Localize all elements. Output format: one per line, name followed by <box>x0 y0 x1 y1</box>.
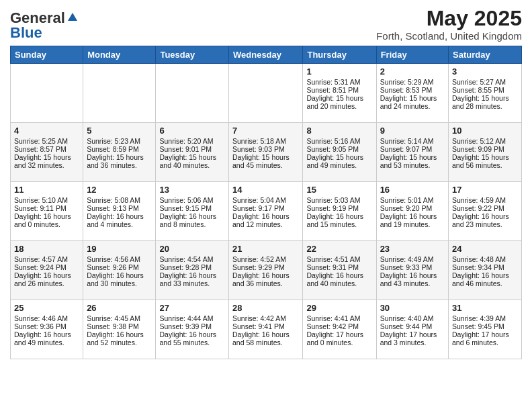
calendar-cell: 31Sunrise: 4:39 AMSunset: 9:45 PMDayligh… <box>449 300 522 359</box>
cell-info-line: and 32 minutes. <box>14 161 79 169</box>
day-number: 9 <box>380 126 445 136</box>
cell-info-line: Sunset: 9:28 PM <box>159 263 225 271</box>
day-number: 30 <box>380 303 445 313</box>
cell-info-line: Sunset: 9:13 PM <box>87 204 152 212</box>
cell-info-line: and 40 minutes. <box>159 161 225 169</box>
calendar-cell: 6Sunrise: 5:20 AMSunset: 9:01 PMDaylight… <box>156 123 229 182</box>
cell-info-line: Sunset: 9:11 PM <box>14 204 79 212</box>
cell-info-line: Daylight: 16 hours <box>87 330 152 338</box>
cell-info-line: Sunrise: 4:40 AM <box>380 314 445 322</box>
day-number: 16 <box>380 185 445 195</box>
header: General Blue May 2025 Forth, Scotland, U… <box>10 7 522 42</box>
cell-info-line: Sunrise: 4:57 AM <box>14 255 79 263</box>
day-number: 26 <box>87 303 152 313</box>
calendar-cell: 21Sunrise: 4:52 AMSunset: 9:29 PMDayligh… <box>229 241 303 300</box>
cell-info-line: Daylight: 15 hours <box>87 153 152 161</box>
day-number: 11 <box>14 185 79 195</box>
cell-info-line: Daylight: 15 hours <box>159 153 225 161</box>
day-header-tuesday: Tuesday <box>156 46 229 64</box>
day-number: 15 <box>306 185 372 195</box>
cell-info-line: and 3 minutes. <box>380 338 445 347</box>
cell-info-line: and 46 minutes. <box>452 279 518 287</box>
day-number: 17 <box>452 185 518 195</box>
cell-info-line: Sunset: 9:15 PM <box>159 204 225 212</box>
cell-info-line: Sunset: 9:24 PM <box>14 263 79 271</box>
calendar-week-row: 4Sunrise: 5:25 AMSunset: 8:57 PMDaylight… <box>11 123 522 182</box>
cell-info-line: Sunrise: 4:41 AM <box>306 314 372 322</box>
cell-info-line: Sunrise: 5:29 AM <box>380 78 445 86</box>
cell-info-line: Sunset: 9:45 PM <box>452 322 518 330</box>
day-number: 24 <box>452 244 518 254</box>
cell-info-line: and 4 minutes. <box>87 220 152 228</box>
calendar-cell: 25Sunrise: 4:46 AMSunset: 9:36 PMDayligh… <box>11 300 83 359</box>
cell-info-line: and 53 minutes. <box>380 161 445 169</box>
logo-blue-text: Blue <box>10 24 42 42</box>
cell-info-line: Sunset: 9:22 PM <box>452 204 518 212</box>
cell-info-line: and 40 minutes. <box>306 279 372 287</box>
calendar-table: SundayMondayTuesdayWednesdayThursdayFrid… <box>10 46 522 359</box>
cell-info-line: Daylight: 16 hours <box>380 212 445 220</box>
cell-info-line: and 43 minutes. <box>380 279 445 287</box>
cell-info-line: and 52 minutes. <box>87 338 152 347</box>
cell-info-line: Sunrise: 5:20 AM <box>159 137 225 145</box>
cell-info-line: and 0 minutes. <box>14 220 79 228</box>
cell-info-line: Daylight: 16 hours <box>306 212 372 220</box>
day-number: 12 <box>87 185 152 195</box>
cell-info-line: Daylight: 15 hours <box>380 153 445 161</box>
day-number: 2 <box>380 66 445 77</box>
cell-info-line: Sunrise: 5:06 AM <box>159 196 225 204</box>
cell-info-line: Daylight: 16 hours <box>87 212 152 220</box>
cell-info-line: Daylight: 16 hours <box>452 212 518 220</box>
calendar-cell: 13Sunrise: 5:06 AMSunset: 9:15 PMDayligh… <box>156 182 229 241</box>
calendar-cell: 28Sunrise: 4:42 AMSunset: 9:41 PMDayligh… <box>229 300 303 359</box>
day-number: 14 <box>232 185 299 195</box>
cell-info-line: Sunrise: 4:59 AM <box>452 196 518 204</box>
cell-info-line: Sunset: 9:41 PM <box>232 322 299 330</box>
cell-info-line: Sunset: 8:57 PM <box>14 145 79 153</box>
day-number: 20 <box>159 244 225 254</box>
cell-info-line: Sunrise: 4:52 AM <box>232 255 299 263</box>
day-header-sunday: Sunday <box>11 46 83 64</box>
day-number: 22 <box>306 244 372 254</box>
cell-info-line: Sunrise: 5:25 AM <box>14 137 79 145</box>
day-number: 27 <box>159 303 225 313</box>
calendar-cell: 14Sunrise: 5:04 AMSunset: 9:17 PMDayligh… <box>229 182 303 241</box>
cell-info-line: Daylight: 16 hours <box>452 271 518 279</box>
cell-info-line: Daylight: 16 hours <box>87 271 152 279</box>
day-number: 21 <box>232 244 299 254</box>
cell-info-line: Sunset: 9:07 PM <box>380 145 445 153</box>
logo: General Blue <box>10 9 79 42</box>
cell-info-line: Sunset: 9:44 PM <box>380 322 445 330</box>
cell-info-line: Daylight: 17 hours <box>306 330 372 338</box>
cell-info-line: and 8 minutes. <box>159 220 225 228</box>
cell-info-line: Sunset: 9:20 PM <box>380 204 445 212</box>
calendar-week-row: 25Sunrise: 4:46 AMSunset: 9:36 PMDayligh… <box>11 300 522 359</box>
cell-info-line: Sunset: 9:09 PM <box>452 145 518 153</box>
svg-marker-0 <box>68 13 77 21</box>
calendar-cell: 24Sunrise: 4:48 AMSunset: 9:34 PMDayligh… <box>449 241 522 300</box>
calendar-cell: 17Sunrise: 4:59 AMSunset: 9:22 PMDayligh… <box>449 182 522 241</box>
cell-info-line: Sunset: 9:33 PM <box>380 263 445 271</box>
cell-info-line: Daylight: 15 hours <box>452 94 518 102</box>
cell-info-line: Sunrise: 5:04 AM <box>232 196 299 204</box>
day-header-friday: Friday <box>376 46 448 64</box>
title-area: May 2025 Forth, Scotland, United Kingdom <box>376 7 522 42</box>
day-number: 1 <box>306 66 372 77</box>
calendar-cell: 26Sunrise: 4:45 AMSunset: 9:38 PMDayligh… <box>83 300 156 359</box>
day-number: 31 <box>452 303 518 313</box>
cell-info-line: and 6 minutes. <box>452 338 518 347</box>
calendar-week-row: 18Sunrise: 4:57 AMSunset: 9:24 PMDayligh… <box>11 241 522 300</box>
cell-info-line: Daylight: 16 hours <box>14 212 79 220</box>
cell-info-line: and 33 minutes. <box>159 279 225 287</box>
cell-info-line: Sunrise: 4:56 AM <box>87 255 152 263</box>
cell-info-line: and 36 minutes. <box>232 279 299 287</box>
day-number: 10 <box>452 126 518 136</box>
cell-info-line: and 28 minutes. <box>452 102 518 110</box>
cell-info-line: Sunrise: 5:08 AM <box>87 196 152 204</box>
cell-info-line: and 30 minutes. <box>87 279 152 287</box>
cell-info-line: Sunset: 9:19 PM <box>306 204 372 212</box>
day-number: 6 <box>159 126 225 136</box>
day-number: 4 <box>14 126 79 136</box>
cell-info-line: Sunrise: 5:14 AM <box>380 137 445 145</box>
calendar-cell: 22Sunrise: 4:51 AMSunset: 9:31 PMDayligh… <box>303 241 376 300</box>
